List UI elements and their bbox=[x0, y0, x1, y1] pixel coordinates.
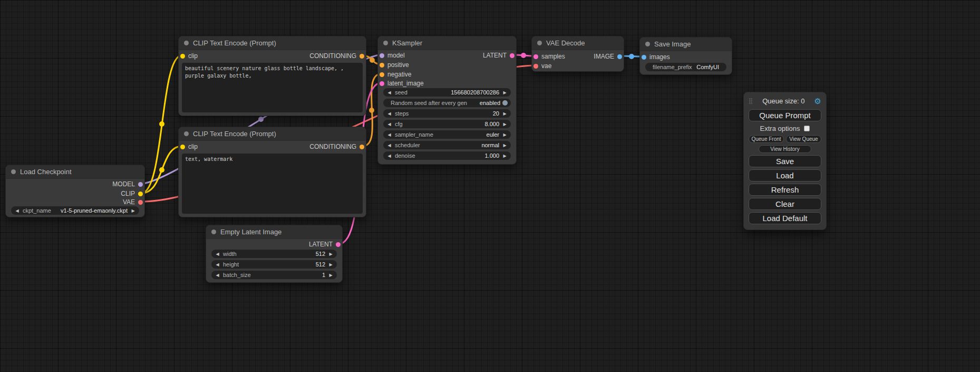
latent-slot-dot[interactable] bbox=[336, 242, 341, 247]
settings-gear-icon[interactable]: ⚙ bbox=[814, 97, 821, 105]
model-slot-dot[interactable] bbox=[380, 53, 384, 58]
load-default-button[interactable]: Load Default bbox=[749, 212, 821, 224]
output-slot-conditioning[interactable]: CONDITIONING bbox=[309, 142, 364, 151]
negative-prompt-textarea[interactable]: text, watermark bbox=[182, 154, 363, 214]
collapse-dot-icon[interactable] bbox=[211, 230, 216, 234]
arrow-right-icon[interactable]: ▶ bbox=[501, 90, 508, 95]
output-slot-conditioning[interactable]: CONDITIONING bbox=[309, 52, 364, 60]
node-title-bar[interactable]: KSampler bbox=[378, 36, 516, 50]
toggle-dot-icon[interactable] bbox=[502, 100, 508, 106]
queue-front-button[interactable]: Queue Front bbox=[749, 135, 784, 143]
clip-slot-dot[interactable] bbox=[180, 54, 185, 59]
conditioning-slot-dot[interactable] bbox=[360, 54, 364, 59]
positive-prompt-textarea[interactable]: beautiful scenery nature glass bottle la… bbox=[182, 63, 363, 112]
output-slot-model[interactable]: MODEL bbox=[112, 180, 143, 188]
denoise-widget[interactable]: ◀ denoise 1.000 ▶ bbox=[383, 151, 511, 160]
refresh-button[interactable]: Refresh bbox=[749, 184, 821, 196]
node-ksampler[interactable]: KSampler model positive negative latent_… bbox=[377, 36, 517, 165]
image-slot-dot[interactable] bbox=[642, 55, 646, 60]
latent-slot-dot[interactable] bbox=[533, 54, 538, 59]
scheduler-widget[interactable]: ◀ scheduler normal ▶ bbox=[383, 141, 511, 149]
arrow-right-icon[interactable]: ▶ bbox=[501, 154, 508, 158]
seed-widget[interactable]: ◀ seed 156680208700286 ▶ bbox=[383, 88, 511, 97]
conditioning-slot-dot[interactable] bbox=[380, 72, 384, 77]
ckpt-name-widget[interactable]: ◀ ckpt_name v1-5-pruned-emaonly.ckpt ▶ bbox=[11, 206, 139, 215]
arrow-right-icon[interactable]: ▶ bbox=[327, 262, 334, 267]
arrow-left-icon[interactable]: ◀ bbox=[386, 143, 393, 148]
input-slot-vae[interactable]: vae bbox=[533, 62, 551, 70]
queue-prompt-button[interactable]: Queue Prompt bbox=[749, 109, 821, 121]
width-widget[interactable]: ◀ width 512 ▶ bbox=[211, 250, 337, 258]
arrow-right-icon[interactable]: ▶ bbox=[130, 208, 137, 213]
vae-slot-dot[interactable] bbox=[533, 64, 538, 69]
drag-handle-icon[interactable]: ⣿ bbox=[749, 98, 753, 104]
node-clip-text-encode-negative[interactable]: CLIP Text Encode (Prompt) clip CONDITION… bbox=[178, 127, 366, 217]
node-save-image[interactable]: Save Image images filename_prefix ComfyU… bbox=[639, 37, 732, 75]
sampler-name-widget[interactable]: ◀ sampler_name euler ▶ bbox=[383, 130, 511, 139]
cfg-widget[interactable]: ◀ cfg 8.000 ▶ bbox=[383, 120, 511, 128]
arrow-left-icon[interactable]: ◀ bbox=[214, 262, 221, 267]
arrow-left-icon[interactable]: ◀ bbox=[386, 90, 393, 95]
node-graph-canvas[interactable]: Load Checkpoint MODEL CLIP VAE ◀ ckpt_na… bbox=[0, 0, 980, 372]
clear-button[interactable]: Clear bbox=[749, 198, 821, 210]
latent-slot-dot[interactable] bbox=[380, 81, 384, 86]
clip-slot-dot[interactable] bbox=[180, 145, 185, 149]
node-load-checkpoint[interactable]: Load Checkpoint MODEL CLIP VAE ◀ ckpt_na… bbox=[5, 165, 145, 217]
arrow-left-icon[interactable]: ◀ bbox=[14, 208, 21, 213]
input-slot-negative[interactable]: negative bbox=[380, 70, 411, 79]
node-title-bar[interactable]: CLIP Text Encode (Prompt) bbox=[179, 127, 366, 141]
latent-slot-dot[interactable] bbox=[510, 53, 515, 58]
collapse-dot-icon[interactable] bbox=[184, 41, 189, 45]
collapse-dot-icon[interactable] bbox=[184, 131, 189, 136]
arrow-right-icon[interactable]: ▶ bbox=[327, 273, 334, 278]
arrow-right-icon[interactable]: ▶ bbox=[327, 252, 334, 256]
collapse-dot-icon[interactable] bbox=[11, 169, 16, 174]
node-title-bar[interactable]: CLIP Text Encode (Prompt) bbox=[179, 36, 366, 50]
view-queue-button[interactable]: View Queue bbox=[786, 135, 821, 143]
collapse-dot-icon[interactable] bbox=[537, 41, 542, 45]
input-slot-model[interactable]: model bbox=[380, 51, 405, 60]
conditioning-slot-dot[interactable] bbox=[360, 145, 364, 149]
image-slot-dot[interactable] bbox=[617, 54, 622, 59]
output-slot-clip[interactable]: CLIP bbox=[121, 189, 143, 198]
arrow-left-icon[interactable]: ◀ bbox=[386, 111, 393, 116]
arrow-right-icon[interactable]: ▶ bbox=[501, 143, 508, 148]
random-seed-toggle-widget[interactable]: Random seed after every gen enabled bbox=[383, 99, 511, 107]
arrow-left-icon[interactable]: ◀ bbox=[386, 122, 393, 127]
save-button[interactable]: Save bbox=[749, 155, 821, 167]
extra-options-checkbox[interactable] bbox=[804, 126, 810, 131]
load-button[interactable]: Load bbox=[749, 169, 821, 182]
conditioning-slot-dot[interactable] bbox=[380, 63, 384, 68]
node-empty-latent-image[interactable]: Empty Latent Image LATENT ◀ width 512 ▶ … bbox=[206, 225, 343, 283]
queue-menu-panel[interactable]: ⣿ Queue size: 0 ⚙ Queue Prompt Extra opt… bbox=[743, 92, 827, 230]
arrow-left-icon[interactable]: ◀ bbox=[386, 132, 393, 137]
arrow-left-icon[interactable]: ◀ bbox=[386, 154, 393, 158]
output-slot-image[interactable]: IMAGE bbox=[594, 52, 622, 61]
node-title-bar[interactable]: Save Image bbox=[640, 37, 732, 51]
arrow-left-icon[interactable]: ◀ bbox=[214, 273, 221, 278]
arrow-left-icon[interactable]: ◀ bbox=[214, 252, 221, 256]
collapse-dot-icon[interactable] bbox=[383, 41, 388, 45]
view-history-button[interactable]: View History bbox=[759, 145, 811, 153]
node-title-bar[interactable]: VAE Decode bbox=[532, 36, 624, 50]
arrow-right-icon[interactable]: ▶ bbox=[501, 132, 508, 137]
output-slot-latent[interactable]: LATENT bbox=[483, 51, 515, 60]
input-slot-samples[interactable]: samples bbox=[533, 52, 565, 61]
model-slot-dot[interactable] bbox=[138, 182, 143, 187]
node-title-bar[interactable]: Empty Latent Image bbox=[206, 225, 342, 239]
input-slot-latent-image[interactable]: latent_image bbox=[380, 79, 424, 88]
input-slot-clip[interactable]: clip bbox=[180, 142, 198, 151]
collapse-dot-icon[interactable] bbox=[645, 42, 650, 46]
height-widget[interactable]: ◀ height 512 ▶ bbox=[211, 260, 337, 269]
input-slot-images[interactable]: images bbox=[642, 53, 670, 61]
input-slot-clip[interactable]: clip bbox=[180, 52, 198, 60]
node-vae-decode[interactable]: VAE Decode samples vae IMAGE bbox=[531, 36, 624, 72]
filename-prefix-widget[interactable]: filename_prefix ComfyUI bbox=[645, 63, 726, 71]
node-clip-text-encode-positive[interactable]: CLIP Text Encode (Prompt) clip CONDITION… bbox=[178, 36, 366, 116]
batch-size-widget[interactable]: ◀ batch_size 1 ▶ bbox=[211, 271, 337, 279]
clip-slot-dot[interactable] bbox=[138, 192, 143, 196]
output-slot-latent[interactable]: LATENT bbox=[309, 240, 341, 249]
arrow-right-icon[interactable]: ▶ bbox=[501, 111, 508, 116]
input-slot-positive[interactable]: positive bbox=[380, 61, 409, 69]
arrow-right-icon[interactable]: ▶ bbox=[501, 122, 508, 127]
